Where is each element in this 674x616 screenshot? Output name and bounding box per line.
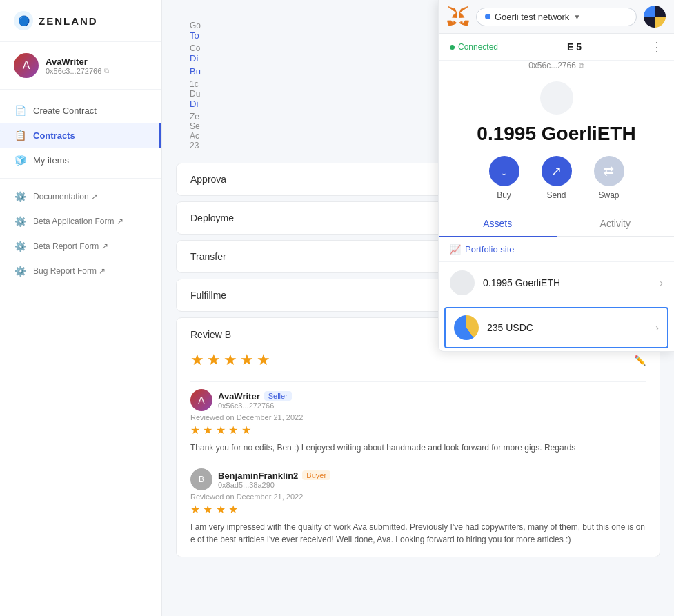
send-button[interactable]: ↗ Send <box>542 156 572 200</box>
metamask-overlay: Goerli test network ▼ Connected E 5 ⋮ 0x… <box>438 0 674 352</box>
sidebar-item-bug-report[interactable]: ⚙️ Bug Report Form ↗ <box>0 259 161 284</box>
reviewer-role-buyer: Buyer <box>302 470 330 480</box>
eth-icon <box>450 270 475 295</box>
sidebar-item-label: Documentation ↗ <box>33 192 98 201</box>
tab-assets[interactable]: Assets <box>439 211 557 237</box>
sidebar-item-label: Bug Report Form ↗ <box>33 266 106 276</box>
globe-icon[interactable] <box>644 6 666 28</box>
copy-address-icon[interactable]: ⧉ <box>104 67 109 75</box>
reviewer-info-buyer: BenjaminFranklin2 Buyer 0x8ad5...38a290 <box>218 470 330 489</box>
user-info: AvaWriter 0x56c3...272766 ⧉ <box>46 57 109 75</box>
user-address: 0x56c3...272766 ⧉ <box>46 67 109 75</box>
reviewer-info-seller: AvaWriter Seller 0x56c3...272766 <box>218 391 292 410</box>
deployment-title: Deployme <box>190 212 234 223</box>
reviewer-name-buyer: BenjaminFranklin2 <box>218 470 298 481</box>
sidebar-item-label: Beta Application Form ↗ <box>33 217 123 226</box>
swap-label: Swap <box>598 190 619 200</box>
svg-marker-7 <box>459 21 462 25</box>
review-stars-buyer: ★ ★ ★ ★ <box>190 503 646 516</box>
fulfillment-title: Fulfillme <box>190 290 226 301</box>
account-name: E 5 <box>498 41 651 52</box>
sidebar: 🔵 ZENLAND A AvaWriter 0x56c3...272766 ⧉ … <box>0 0 162 616</box>
beta-report-icon: ⚙️ <box>14 241 26 252</box>
sidebar-item-create-contract[interactable]: 📄 Create Contract <box>0 98 161 123</box>
portfolio-link[interactable]: 📈 Portfolio site <box>439 237 674 262</box>
reviewer-avatar-seller: A <box>190 389 212 411</box>
buy-button[interactable]: ↓ Buy <box>489 156 519 200</box>
buy-icon: ↓ <box>489 156 519 186</box>
svg-marker-0 <box>459 7 468 13</box>
avatar: A <box>14 53 39 78</box>
eth-chevron-icon: › <box>660 277 663 288</box>
svg-marker-3 <box>448 21 454 26</box>
usdc-balance: 235 USDC <box>487 322 647 333</box>
send-icon: ↗ <box>542 156 572 186</box>
swap-icon: ⇄ <box>594 156 624 186</box>
network-selector[interactable]: Goerli test network ▼ <box>476 8 637 26</box>
star-4: ★ <box>240 351 254 369</box>
usdc-icon <box>454 315 479 340</box>
my-items-icon: 🧊 <box>14 155 26 166</box>
mm-address: 0x56c...2766 ⧉ <box>439 61 674 70</box>
tab-activity[interactable]: Activity <box>557 211 675 236</box>
user-profile: A AvaWriter 0x56c3...272766 ⧉ <box>0 42 161 90</box>
star-5: ★ <box>257 351 270 369</box>
sidebar-item-beta-report[interactable]: ⚙️ Beta Report Form ↗ <box>0 234 161 259</box>
mm-actions: ↓ Buy ↗ Send ⇄ Swap <box>439 150 674 211</box>
reviewed-on-seller: Reviewed on December 21, 2022 <box>190 413 646 421</box>
sidebar-item-label: Contracts <box>33 130 75 141</box>
svg-marker-4 <box>452 12 457 17</box>
copy-mm-address-icon[interactable]: ⧉ <box>579 61 584 70</box>
portfolio-label: Portfolio site <box>465 244 515 255</box>
connected-status: Connected <box>450 42 498 52</box>
more-options-icon[interactable]: ⋮ <box>651 39 663 54</box>
mm-topbar: Goerli test network ▼ <box>439 0 674 34</box>
review-text-seller: Thank you for no edits, Ben :) I enjoyed… <box>190 441 646 454</box>
bug-report-icon: ⚙️ <box>14 266 26 277</box>
mm-account-bar: Connected E 5 ⋮ <box>439 34 674 61</box>
mm-tabs: Assets Activity <box>439 211 674 237</box>
connected-dot <box>450 45 455 50</box>
navigation: 📄 Create Contract 📋 Contracts 🧊 My items… <box>0 90 161 292</box>
logo-text: ZENLAND <box>39 15 98 27</box>
nav-divider <box>0 178 161 179</box>
reviewed-on-buyer: Reviewed on December 21, 2022 <box>190 493 646 501</box>
star-2: ★ <box>207 351 221 369</box>
reviewer-card-seller: A AvaWriter Seller 0x56c3...272766 Revie… <box>190 381 646 454</box>
reviewer-name-seller: AvaWriter <box>218 391 260 401</box>
sidebar-item-beta-application[interactable]: ⚙️ Beta Application Form ↗ <box>0 209 161 234</box>
overall-stars: ★ ★ ★ ★ ★ <box>190 351 270 369</box>
edit-review-icon[interactable]: ✏️ <box>634 355 646 366</box>
buy-label: Buy <box>497 190 511 200</box>
mm-balance: 0.1995 GoerliETH <box>477 123 635 145</box>
transfer-title: Transfer <box>190 251 226 262</box>
sidebar-item-my-items[interactable]: 🧊 My items <box>0 148 161 172</box>
contracts-icon: 📋 <box>14 130 26 141</box>
review-text-buyer: I am very impressed with the quality of … <box>190 521 646 546</box>
svg-marker-1 <box>448 7 457 13</box>
asset-item-eth[interactable]: 0.1995 GoerliETH › <box>439 262 674 304</box>
star-1: ★ <box>190 351 204 369</box>
review-section: Review B ✓ The review has be... ★ ★ ★ ★ … <box>176 317 660 557</box>
create-contract-icon: 📄 <box>14 105 26 116</box>
review-stars-seller: ★ ★ ★ ★ ★ <box>190 424 646 437</box>
svg-marker-5 <box>459 12 464 18</box>
documentation-icon: ⚙️ <box>14 191 26 202</box>
logo: 🔵 ZENLAND <box>0 0 161 42</box>
reviewer-address-seller: 0x56c3...272766 <box>218 401 292 410</box>
sidebar-item-label: My items <box>33 155 69 166</box>
sidebar-item-documentation[interactable]: ⚙️ Documentation ↗ <box>0 184 161 209</box>
sidebar-item-contracts[interactable]: 📋 Contracts <box>0 123 161 148</box>
svg-marker-6 <box>454 21 457 25</box>
star-3: ★ <box>224 351 237 369</box>
connected-label: Connected <box>458 42 498 52</box>
swap-button[interactable]: ⇄ Swap <box>594 156 624 200</box>
reviewer-address-buyer: 0x8ad5...38a290 <box>218 481 330 489</box>
approval-title: Approva <box>190 174 226 185</box>
reviewer-meta-seller: A AvaWriter Seller 0x56c3...272766 <box>190 389 646 411</box>
chart-icon: 📈 <box>450 244 461 255</box>
network-chevron-icon: ▼ <box>573 13 580 21</box>
asset-item-usdc[interactable]: 235 USDC › <box>444 307 668 348</box>
sidebar-item-label: Create Contract <box>33 106 97 116</box>
logo-icon: 🔵 <box>14 11 33 30</box>
